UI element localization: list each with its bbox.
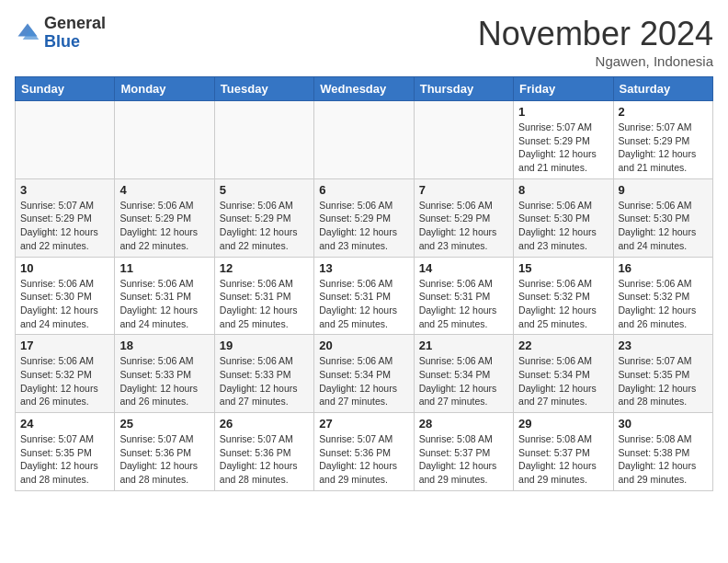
day-info: Sunrise: 5:06 AM Sunset: 5:31 PM Dayligh… [220, 277, 309, 331]
day-info: Sunrise: 5:06 AM Sunset: 5:33 PM Dayligh… [220, 354, 309, 408]
calendar-cell: 3Sunrise: 5:07 AM Sunset: 5:29 PM Daylig… [16, 178, 115, 257]
day-number: 12 [220, 261, 309, 275]
day-info: Sunrise: 5:06 AM Sunset: 5:34 PM Dayligh… [319, 354, 408, 408]
day-number: 21 [419, 339, 508, 352]
calendar-cell: 23Sunrise: 5:07 AM Sunset: 5:35 PM Dayli… [613, 335, 712, 413]
day-number: 15 [518, 261, 608, 275]
month-title: November 2024 [478, 15, 713, 53]
day-number: 14 [419, 261, 508, 275]
calendar-cell: 7Sunrise: 5:06 AM Sunset: 5:29 PM Daylig… [414, 178, 513, 257]
day-info: Sunrise: 5:07 AM Sunset: 5:35 PM Dayligh… [619, 354, 708, 408]
calendar-cell [314, 101, 414, 179]
day-info: Sunrise: 5:06 AM Sunset: 5:30 PM Dayligh… [20, 277, 109, 331]
day-info: Sunrise: 5:06 AM Sunset: 5:31 PM Dayligh… [319, 277, 408, 331]
calendar-cell: 17Sunrise: 5:06 AM Sunset: 5:32 PM Dayli… [16, 335, 115, 413]
calendar-cell: 13Sunrise: 5:06 AM Sunset: 5:31 PM Dayli… [314, 257, 414, 335]
day-number: 30 [619, 417, 708, 431]
day-number: 29 [518, 417, 608, 431]
day-number: 6 [319, 183, 408, 197]
day-info: Sunrise: 5:06 AM Sunset: 5:31 PM Dayligh… [419, 277, 508, 331]
weekday-header-monday: Monday [115, 77, 214, 101]
weekday-header-friday: Friday [514, 77, 613, 101]
day-number: 1 [518, 105, 608, 119]
weekday-header-thursday: Thursday [414, 77, 513, 101]
day-info: Sunrise: 5:08 AM Sunset: 5:37 PM Dayligh… [518, 432, 608, 487]
day-info: Sunrise: 5:07 AM Sunset: 5:36 PM Dayligh… [319, 432, 408, 487]
calendar-cell: 2Sunrise: 5:07 AM Sunset: 5:29 PM Daylig… [613, 101, 712, 179]
day-number: 20 [319, 339, 408, 352]
day-number: 4 [119, 183, 209, 197]
title-block: November 2024 Ngawen, Indonesia [478, 15, 713, 69]
day-number: 3 [20, 183, 109, 197]
day-number: 13 [319, 261, 408, 275]
day-number: 9 [619, 183, 708, 197]
day-number: 7 [419, 183, 508, 197]
day-info: Sunrise: 5:06 AM Sunset: 5:34 PM Dayligh… [419, 354, 508, 408]
day-info: Sunrise: 5:06 AM Sunset: 5:32 PM Dayligh… [20, 354, 109, 408]
day-number: 28 [419, 417, 508, 431]
calendar-cell: 24Sunrise: 5:07 AM Sunset: 5:35 PM Dayli… [16, 413, 115, 491]
day-info: Sunrise: 5:06 AM Sunset: 5:31 PM Dayligh… [119, 277, 209, 331]
page-header: General Blue November 2024 Ngawen, Indon… [15, 15, 713, 69]
day-number: 24 [20, 417, 109, 431]
day-info: Sunrise: 5:06 AM Sunset: 5:32 PM Dayligh… [619, 277, 708, 331]
day-info: Sunrise: 5:06 AM Sunset: 5:33 PM Dayligh… [119, 354, 209, 408]
logo-icon [15, 20, 40, 46]
day-number: 5 [220, 183, 309, 197]
calendar-cell: 26Sunrise: 5:07 AM Sunset: 5:36 PM Dayli… [214, 413, 313, 491]
logo-general-text: General [44, 14, 106, 32]
calendar-cell: 5Sunrise: 5:06 AM Sunset: 5:29 PM Daylig… [214, 178, 313, 257]
weekday-header-sunday: Sunday [16, 77, 115, 101]
day-info: Sunrise: 5:06 AM Sunset: 5:29 PM Dayligh… [220, 199, 309, 253]
calendar-cell [414, 101, 513, 179]
calendar-cell: 10Sunrise: 5:06 AM Sunset: 5:30 PM Dayli… [16, 257, 115, 335]
day-info: Sunrise: 5:06 AM Sunset: 5:32 PM Dayligh… [518, 277, 608, 331]
day-info: Sunrise: 5:07 AM Sunset: 5:36 PM Dayligh… [220, 432, 309, 487]
calendar-cell: 12Sunrise: 5:06 AM Sunset: 5:31 PM Dayli… [214, 257, 313, 335]
week-row-1: 1Sunrise: 5:07 AM Sunset: 5:29 PM Daylig… [16, 101, 713, 179]
weekday-header-wednesday: Wednesday [314, 77, 414, 101]
day-info: Sunrise: 5:07 AM Sunset: 5:29 PM Dayligh… [518, 121, 608, 175]
calendar-cell: 11Sunrise: 5:06 AM Sunset: 5:31 PM Dayli… [115, 257, 214, 335]
day-info: Sunrise: 5:06 AM Sunset: 5:30 PM Dayligh… [518, 199, 608, 253]
calendar-cell [115, 101, 214, 179]
logo-blue-text: Blue [44, 32, 80, 51]
day-info: Sunrise: 5:06 AM Sunset: 5:29 PM Dayligh… [419, 199, 508, 253]
calendar-cell: 27Sunrise: 5:07 AM Sunset: 5:36 PM Dayli… [314, 413, 414, 491]
weekday-header-tuesday: Tuesday [214, 77, 313, 101]
week-row-3: 10Sunrise: 5:06 AM Sunset: 5:30 PM Dayli… [16, 257, 713, 335]
day-number: 22 [518, 339, 608, 352]
calendar-cell: 29Sunrise: 5:08 AM Sunset: 5:37 PM Dayli… [514, 413, 613, 491]
weekday-header-row: SundayMondayTuesdayWednesdayThursdayFrid… [16, 77, 713, 101]
day-number: 8 [518, 183, 608, 197]
day-info: Sunrise: 5:08 AM Sunset: 5:38 PM Dayligh… [619, 432, 708, 487]
calendar-cell: 25Sunrise: 5:07 AM Sunset: 5:36 PM Dayli… [115, 413, 214, 491]
day-info: Sunrise: 5:07 AM Sunset: 5:35 PM Dayligh… [20, 432, 109, 487]
day-number: 23 [619, 339, 708, 352]
day-number: 25 [119, 417, 209, 431]
week-row-2: 3Sunrise: 5:07 AM Sunset: 5:29 PM Daylig… [16, 178, 713, 257]
calendar-cell: 22Sunrise: 5:06 AM Sunset: 5:34 PM Dayli… [514, 335, 613, 413]
calendar-cell: 4Sunrise: 5:06 AM Sunset: 5:29 PM Daylig… [115, 178, 214, 257]
calendar-cell: 30Sunrise: 5:08 AM Sunset: 5:38 PM Dayli… [613, 413, 712, 491]
location-text: Ngawen, Indonesia [478, 53, 713, 69]
day-number: 2 [619, 105, 708, 119]
calendar-cell: 15Sunrise: 5:06 AM Sunset: 5:32 PM Dayli… [514, 257, 613, 335]
logo: General Blue [15, 15, 106, 52]
day-info: Sunrise: 5:07 AM Sunset: 5:29 PM Dayligh… [619, 121, 708, 175]
day-info: Sunrise: 5:07 AM Sunset: 5:29 PM Dayligh… [20, 199, 109, 253]
day-number: 17 [20, 339, 109, 352]
calendar-cell: 9Sunrise: 5:06 AM Sunset: 5:30 PM Daylig… [613, 178, 712, 257]
day-number: 10 [20, 261, 109, 275]
calendar-cell [214, 101, 313, 179]
day-info: Sunrise: 5:06 AM Sunset: 5:29 PM Dayligh… [319, 199, 408, 253]
calendar-cell: 16Sunrise: 5:06 AM Sunset: 5:32 PM Dayli… [613, 257, 712, 335]
day-number: 27 [319, 417, 408, 431]
day-number: 18 [119, 339, 209, 352]
week-row-4: 17Sunrise: 5:06 AM Sunset: 5:32 PM Dayli… [16, 335, 713, 413]
calendar-cell: 18Sunrise: 5:06 AM Sunset: 5:33 PM Dayli… [115, 335, 214, 413]
calendar-cell: 20Sunrise: 5:06 AM Sunset: 5:34 PM Dayli… [314, 335, 414, 413]
day-info: Sunrise: 5:06 AM Sunset: 5:29 PM Dayligh… [119, 199, 209, 253]
day-info: Sunrise: 5:08 AM Sunset: 5:37 PM Dayligh… [419, 432, 508, 487]
calendar-cell: 6Sunrise: 5:06 AM Sunset: 5:29 PM Daylig… [314, 178, 414, 257]
